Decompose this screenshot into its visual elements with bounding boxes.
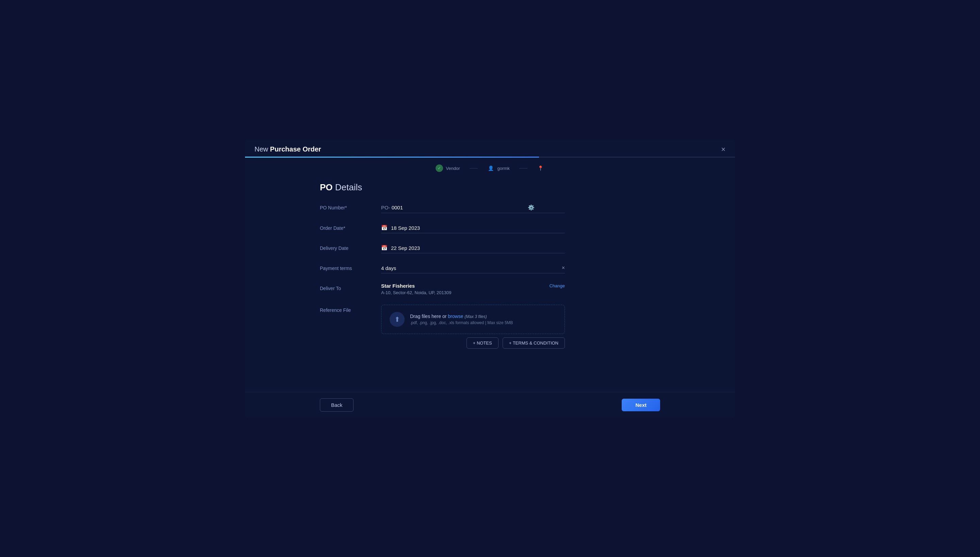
modal-container: New Purchase Order × ✓ Vendor 👤 gormk 📍 … bbox=[245, 139, 735, 418]
deliver-header: Star Fisheries Change bbox=[381, 283, 565, 289]
step-indicator: ✓ Vendor 👤 gormk 📍 bbox=[245, 158, 735, 172]
change-deliver-to-button[interactable]: Change bbox=[549, 283, 565, 288]
order-date-control: 📅 bbox=[381, 223, 565, 233]
modal-body: PO Details PO Number* PO- ⚙️ Order Date*… bbox=[245, 172, 735, 392]
deliver-to-row: Deliver To Star Fisheries Change A-10, S… bbox=[320, 283, 660, 295]
deliver-to-address: A-10, Sector-62, Noida, UP, 201309 bbox=[381, 290, 565, 295]
step-user: 👤 gormk bbox=[487, 164, 510, 172]
delivery-date-label: Delivery Date bbox=[320, 243, 374, 251]
calendar-icon-delivery: 📅 bbox=[381, 245, 388, 251]
file-upload-icon: ⬆ bbox=[389, 312, 405, 327]
section-title-bold: PO bbox=[320, 182, 333, 192]
step-separator-2 bbox=[519, 168, 527, 169]
step-vendor: ✓ Vendor bbox=[436, 164, 460, 172]
action-buttons: + NOTES + TERMS & CONDITION bbox=[381, 337, 565, 349]
deliver-to-name: Star Fisheries bbox=[381, 283, 415, 289]
po-number-label: PO Number* bbox=[320, 202, 374, 210]
step-location: 📍 bbox=[537, 164, 544, 172]
next-button[interactable]: Next bbox=[622, 399, 660, 411]
payment-terms-input-group: 4 days × bbox=[381, 263, 565, 274]
modal-title: New Purchase Order bbox=[255, 145, 321, 153]
notes-button[interactable]: + NOTES bbox=[467, 337, 498, 349]
deliver-to-label: Deliver To bbox=[320, 283, 374, 291]
order-date-label: Order Date* bbox=[320, 223, 374, 231]
po-number-control: PO- ⚙️ bbox=[381, 202, 565, 213]
modal-footer: Back Next bbox=[245, 392, 735, 418]
section-title: PO Details bbox=[320, 182, 660, 193]
deliver-to-block: Star Fisheries Change A-10, Sector-62, N… bbox=[381, 283, 565, 295]
title-main: Purchase Order bbox=[270, 145, 321, 153]
file-dropzone[interactable]: ⬆ Drag files here or browse (Max 3 files… bbox=[381, 305, 565, 334]
settings-icon[interactable]: ⚙️ bbox=[528, 204, 535, 211]
back-button[interactable]: Back bbox=[320, 398, 354, 412]
vendor-check-icon: ✓ bbox=[436, 164, 443, 172]
po-number-input-group: PO- ⚙️ bbox=[381, 202, 565, 213]
user-label: gormk bbox=[498, 166, 510, 171]
step-separator-1 bbox=[470, 168, 478, 169]
reference-file-control: ⬆ Drag files here or browse (Max 3 files… bbox=[381, 305, 565, 349]
reference-file-label: Reference File bbox=[320, 305, 374, 313]
close-button[interactable]: × bbox=[721, 146, 725, 153]
payment-terms-label: Payment terms bbox=[320, 263, 374, 271]
order-date-row: Order Date* 📅 bbox=[320, 223, 660, 233]
file-dropzone-text: Drag files here or browse (Max 3 files) … bbox=[410, 314, 513, 325]
deliver-to-control: Star Fisheries Change A-10, Sector-62, N… bbox=[381, 283, 565, 295]
dropzone-prefix: Drag files here or bbox=[410, 314, 448, 319]
order-date-input-group[interactable]: 📅 bbox=[381, 223, 565, 233]
po-number-row: PO Number* PO- ⚙️ bbox=[320, 202, 660, 213]
delivery-date-input[interactable] bbox=[391, 245, 565, 251]
calendar-icon-order: 📅 bbox=[381, 225, 388, 231]
vendor-label: Vendor bbox=[446, 166, 460, 171]
payment-clear-button[interactable]: × bbox=[562, 265, 565, 271]
delivery-date-input-group[interactable]: 📅 bbox=[381, 243, 565, 253]
payment-terms-value: 4 days bbox=[381, 265, 562, 271]
user-icon: 👤 bbox=[487, 164, 495, 172]
section-title-light: Details bbox=[333, 182, 362, 192]
reference-file-row: Reference File ⬆ Drag files here or brow… bbox=[320, 305, 660, 349]
order-date-input[interactable] bbox=[391, 225, 565, 231]
modal-header: New Purchase Order × bbox=[245, 139, 735, 153]
title-prefix: New bbox=[255, 145, 270, 153]
payment-terms-control: 4 days × bbox=[381, 263, 565, 274]
delivery-date-control: 📅 bbox=[381, 243, 565, 253]
po-prefix: PO- bbox=[381, 205, 390, 210]
file-browse-link[interactable]: browse bbox=[448, 314, 463, 319]
file-drag-text: Drag files here or browse (Max 3 files) bbox=[410, 314, 513, 319]
po-number-input[interactable] bbox=[392, 205, 528, 210]
location-icon: 📍 bbox=[537, 164, 544, 172]
file-formats-label: .pdf, .png, .jpg, .doc, .xls formats all… bbox=[410, 320, 513, 325]
terms-button[interactable]: + TERMS & CONDITION bbox=[503, 337, 565, 349]
payment-terms-row: Payment terms 4 days × bbox=[320, 263, 660, 274]
delivery-date-row: Delivery Date 📅 bbox=[320, 243, 660, 253]
file-max-label: (Max 3 files) bbox=[464, 314, 487, 319]
